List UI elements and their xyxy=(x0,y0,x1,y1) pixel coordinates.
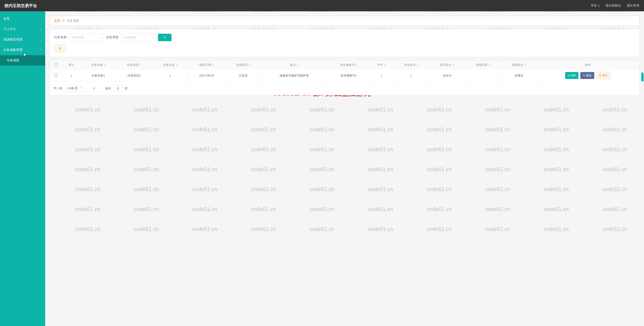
cell-paid: 未支付 xyxy=(429,70,465,82)
row-checkbox[interactable] xyxy=(55,74,58,77)
pagination-total: 共 1 条 xyxy=(53,86,62,90)
edit-icon: ✎ xyxy=(583,74,585,77)
col-completion[interactable]: 完成情况▲▼ xyxy=(225,61,261,70)
trash-icon: 🗑 xyxy=(58,47,61,50)
breadcrumb-current: 任务领取 xyxy=(67,19,79,23)
col-reward[interactable]: 任务赏金▲▼ xyxy=(152,61,188,70)
col-review-reply[interactable]: 审核回复▲▼ xyxy=(465,61,501,70)
cell-publisher: 发布者账号1 xyxy=(328,70,370,82)
cell-date: 2021-06-03 xyxy=(188,70,225,82)
breadcrumb-sep: // xyxy=(62,19,64,23)
cell-ops: ≡ 详情 ✎ 修改 🗑 删除 xyxy=(537,70,639,82)
col-ops: 操作 xyxy=(537,61,639,70)
header-checkbox xyxy=(50,61,62,70)
sidebar-item-label: 任务领取 xyxy=(7,58,20,63)
col-student-name[interactable]: 学生姓名▲▼ xyxy=(394,61,429,70)
page-goto: 前往 页 xyxy=(105,85,128,91)
sort-icon[interactable]: ▲▼ xyxy=(417,64,418,67)
filter-type-label: 任务类型 xyxy=(106,35,119,39)
top-header: 校内互助交易平台 学生 1 退出到前台 退出登录 xyxy=(0,0,644,11)
search-button[interactable]: ⚲ xyxy=(158,34,172,41)
cell-student-name: 1 xyxy=(394,70,429,82)
col-index[interactable]: 索引 xyxy=(62,61,80,70)
sidebar: 首页 个人中心 ⌄ 资源购买管理 ⌄ 任务领取管理 ⌃ 任务领取 xyxy=(0,11,45,326)
sort-icon[interactable]: ▲▼ xyxy=(212,64,214,67)
sort-icon[interactable]: ▲▼ xyxy=(297,64,298,67)
col-paid[interactable]: 是否支付▲▼ xyxy=(429,61,465,70)
cell-review-status: 未通过 xyxy=(501,70,537,82)
cell-review-reply xyxy=(465,70,501,82)
cell-student-no: 1 xyxy=(370,70,394,82)
sidebar-item-task-manage[interactable]: 任务领取管理 ⌃ xyxy=(0,45,45,55)
page-goto-input[interactable] xyxy=(113,85,123,91)
page-number-1[interactable]: 1 xyxy=(92,87,96,90)
col-publisher[interactable]: 发布者账号▲▼ xyxy=(328,61,370,70)
col-review-status[interactable]: 审核状态▲▼ xyxy=(501,61,537,70)
col-type[interactable]: 任务类型▲▼ xyxy=(116,61,152,70)
task-name-input[interactable] xyxy=(69,34,103,41)
sidebar-item-resource-buy[interactable]: 资源购买管理 ⌄ xyxy=(0,34,45,45)
scroll-indicator[interactable] xyxy=(641,72,644,82)
app-title: 校内互助交易平台 xyxy=(4,3,591,8)
filter-card: 任务名称 ○ 任务类型 ○ ⚲ 🗑 xyxy=(50,29,640,57)
pagination: 共 1 条 10条/页 ‹ 1 › 前往 页 xyxy=(50,82,639,95)
col-date[interactable]: 领取日期▲▼ xyxy=(188,61,225,70)
data-table: 索引 任务名称▲▼ 任务类型▲▼ 任务赏金▲▼ 领取日期▲▼ 完成情况▲▼ 备注… xyxy=(50,60,640,95)
header-user[interactable]: 学生 1 xyxy=(591,4,600,8)
col-student-no[interactable]: 学号▲▼ xyxy=(370,61,394,70)
list-icon: ≡ xyxy=(568,74,570,77)
edit-button[interactable]: ✎ 修改 xyxy=(580,72,594,79)
sort-icon[interactable]: ▲▼ xyxy=(356,64,357,67)
page-size-select[interactable]: 10条/页 xyxy=(65,85,83,92)
col-name[interactable]: 任务名称▲▼ xyxy=(80,61,116,70)
table-header-row: 索引 任务名称▲▼ 任务类型▲▼ 任务赏金▲▼ 领取日期▲▼ 完成情况▲▼ 备注… xyxy=(50,61,639,70)
table-row: 1 任务名称1 任务类型1 1 2021-06-03 已完成 做服务范德萨范德萨… xyxy=(50,70,639,82)
sort-icon[interactable]: ▲▼ xyxy=(140,64,142,67)
filter-name-label: 任务名称 xyxy=(54,35,67,39)
cell-type: 任务类型1 xyxy=(116,70,152,82)
main-content: 首页 // 任务领取 任务名称 ○ 任务类型 ○ ⚲ xyxy=(45,11,644,326)
sidebar-item-label: 个人中心 xyxy=(4,27,16,31)
breadcrumb-home[interactable]: 首页 xyxy=(54,19,60,23)
sort-icon[interactable]: ▲▼ xyxy=(452,64,454,67)
header-back-front[interactable]: 退出到前台 xyxy=(605,4,621,8)
sort-icon[interactable]: ▲▼ xyxy=(488,64,490,67)
cell-name: 任务名称1 xyxy=(80,70,116,82)
sidebar-item-profile[interactable]: 个人中心 ⌄ xyxy=(0,24,45,34)
header-logout[interactable]: 退出登录 xyxy=(627,4,640,8)
col-remark[interactable]: 备注▲▼ xyxy=(261,61,328,70)
clear-icon[interactable]: ○ xyxy=(152,36,154,39)
sort-icon[interactable]: ▲▼ xyxy=(384,64,386,67)
sort-icon[interactable]: ▲▼ xyxy=(524,64,526,67)
sidebar-item-label: 首页 xyxy=(4,17,10,21)
batch-delete-button[interactable]: 🗑 xyxy=(54,45,66,53)
breadcrumb: 首页 // 任务领取 xyxy=(50,16,640,26)
cell-reward: 1 xyxy=(152,70,188,82)
sidebar-item-task-receive[interactable]: 任务领取 xyxy=(0,55,45,66)
sort-icon[interactable]: ▲▼ xyxy=(176,64,178,67)
cell-remark: 做服务范德萨范德萨发 xyxy=(261,70,328,82)
search-icon: ⚲ xyxy=(164,36,166,39)
chevron-up-icon: ⌃ xyxy=(40,48,42,52)
detail-button[interactable]: ≡ 详情 xyxy=(565,72,578,79)
sidebar-item-label: 任务领取管理 xyxy=(4,48,22,52)
page-prev[interactable]: ‹ xyxy=(86,87,89,90)
delete-button[interactable]: 🗑 删除 xyxy=(596,72,611,79)
page-next[interactable]: › xyxy=(99,87,102,90)
chevron-down-icon: ⌄ xyxy=(40,28,42,31)
select-all-checkbox[interactable] xyxy=(55,63,58,66)
sidebar-item-home[interactable]: 首页 xyxy=(0,14,45,24)
trash-icon: 🗑 xyxy=(599,74,602,77)
sidebar-item-label: 资源购买管理 xyxy=(4,38,22,42)
cell-index: 1 xyxy=(62,70,80,82)
sort-icon[interactable]: ▲▼ xyxy=(104,64,106,67)
cell-completion: 已完成 xyxy=(225,70,261,82)
chevron-down-icon: ⌄ xyxy=(40,38,42,41)
sort-icon[interactable]: ▲▼ xyxy=(248,64,250,67)
clear-icon[interactable]: ○ xyxy=(100,36,102,39)
task-type-select[interactable] xyxy=(121,34,155,41)
